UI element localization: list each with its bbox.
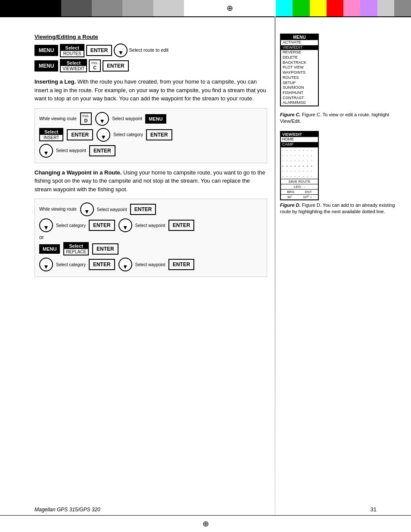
enter-button-insert1[interactable]: ENTER: [67, 129, 93, 140]
viewedit-label: VIEW/EDIT: [61, 66, 86, 72]
fig-d-button: FIG. D: [80, 112, 92, 125]
enter-button-change4[interactable]: ENTER: [92, 243, 118, 255]
menu-button-1[interactable]: MENU: [34, 45, 58, 56]
select-waypoint-insert-label: Select waypoint: [112, 116, 142, 121]
cb-gray4: [153, 0, 184, 16]
menu-item-reverse: REVERSE: [281, 50, 318, 55]
menu-item-routes: ROUTES: [281, 75, 318, 81]
diagram-row2: MENU Select VIEW/EDIT FIG. C ENTER: [34, 59, 267, 72]
main-content: Viewing/Editing a Route MENU Select ROUT…: [34, 26, 267, 506]
enter-button-insert2[interactable]: ENTER: [146, 129, 172, 140]
select-category2-change-label: Select category: [56, 262, 86, 267]
vedit-dotted6: - - - - - - - -: [281, 174, 318, 179]
menu-item-alarmmsg: ALARM/MSG: [281, 100, 318, 106]
enter-button-change2[interactable]: ENTER: [89, 220, 115, 231]
select-route-label: Select route to edit: [129, 47, 168, 53]
arrow-down-icon-7: ▼: [122, 224, 128, 231]
vedit-dist-value: 10¹⁰ ↕: [303, 195, 312, 199]
cb-lgray: [377, 0, 394, 16]
menu-item-delete: DELETE: [281, 55, 318, 60]
joystick-change-wp1[interactable]: ▼: [80, 202, 94, 216]
fig-d-label: FIG.: [83, 114, 90, 118]
vedit-deg-value: 30°: [287, 195, 292, 199]
diagram-row1: MENU Select ROUTES ENTER ▼ Select route …: [34, 44, 267, 57]
cb-white2: [245, 0, 276, 16]
page-number: 31: [371, 506, 377, 513]
menu-item-contrast: CONTRAST: [281, 96, 318, 101]
enter-button-change3[interactable]: ENTER: [168, 220, 195, 231]
arrow-down-icon: ▼: [118, 49, 124, 56]
routes-label: ROUTES: [61, 51, 83, 56]
while-viewing-label-2: While viewing route: [39, 207, 77, 212]
cb-white: [184, 0, 215, 16]
cb-gray3: [122, 0, 153, 16]
joystick-change-wp2[interactable]: ▼: [118, 218, 132, 232]
fig-label: FIG.: [91, 61, 98, 65]
menu-item-setup: SETUP: [281, 81, 318, 86]
select-label-insert: Select: [40, 129, 62, 135]
menu-button-2[interactable]: MENU: [34, 60, 58, 72]
fig-d-letter: D: [84, 118, 88, 123]
color-bar-top: ⊕: [0, 0, 411, 16]
joystick-change-wp3[interactable]: ▼: [118, 258, 132, 271]
joystick-select-wp-insert[interactable]: ▼: [95, 112, 109, 126]
enter-button-insert3[interactable]: ENTER: [89, 145, 115, 156]
fig-c-letter: C: [93, 65, 97, 70]
menu-button-change[interactable]: MENU: [39, 244, 60, 254]
select-label: Select: [61, 45, 83, 51]
menu-item-fishhunt: FISH/HUNT: [281, 90, 318, 96]
cb-yellow: [310, 0, 327, 16]
arrow-down-icon-3: ▼: [100, 134, 106, 140]
fig-d-caption: Figure D. Figure D. You can add to an al…: [280, 202, 401, 215]
cb-pink: [343, 0, 360, 16]
vedit-brg: BRG: [287, 190, 294, 194]
vedit-dotted3: - - - - - - - -: [281, 158, 318, 163]
menu-button-insert[interactable]: MENU: [145, 114, 166, 124]
enter-button-2[interactable]: ENTER: [103, 60, 129, 72]
arrow-down-icon-5: ▼: [84, 208, 90, 215]
vedit-dotted1: - - - - - - - -: [281, 148, 318, 153]
while-viewing-label: While viewing route: [39, 116, 77, 121]
enter-button-1[interactable]: ENTER: [86, 45, 112, 56]
fig-c-button: FIG. C: [89, 59, 101, 72]
page-footer: Magellan GPS 315/GPS 320 31: [34, 506, 377, 513]
joystick-select-cat-insert[interactable]: ▼: [97, 128, 110, 142]
changing-waypoint-title: Changing a Waypoint in a Route.: [34, 169, 121, 176]
vedit-home: HOME: [281, 137, 318, 143]
cb-lavender: [360, 0, 377, 16]
select-routes-button[interactable]: Select ROUTES: [60, 44, 84, 57]
replace-label: REPLACE: [64, 249, 88, 255]
select-label-change: Select: [64, 243, 88, 249]
menu-item-plotview: PLOT VIEW: [281, 65, 318, 70]
crosshair-bottom-icon: ⊕: [202, 519, 209, 529]
vedit-dst: DST: [305, 190, 312, 194]
joystick-down-1[interactable]: ▼: [114, 44, 128, 57]
vedit-fig-d-box: VIEW/EDIT HOME CAMP - - - - - - - - - - …: [280, 131, 319, 200]
inserting-leg-text: Inserting a Leg. With the route you have…: [34, 78, 267, 103]
select-waypoint2-insert-label: Select waypoint: [56, 148, 86, 153]
vertical-divider: [274, 16, 276, 532]
enter-button-change1[interactable]: ENTER: [130, 204, 156, 215]
vedit-leg-label: LEG - -: [294, 185, 305, 189]
crosshair-top: ⊕: [215, 0, 245, 16]
cb-dgray: [394, 0, 411, 16]
select-viewedit-button[interactable]: Select VIEW/EDIT: [60, 59, 87, 72]
select-waypoint2-change-label: Select waypoint: [135, 223, 165, 228]
joystick-change-cat[interactable]: ▼: [39, 218, 53, 232]
or-label: or: [39, 234, 262, 240]
vedit-dotted4-bold: - - - - - - - -: [281, 163, 318, 168]
vedit-save: SAVE ROUTE: [281, 179, 318, 184]
insert-label: INSERT: [40, 135, 62, 140]
select-waypoint-change-label: Select waypoint: [97, 207, 127, 212]
changing-waypoint-text: Changing a Waypoint in a Route. Using yo…: [34, 168, 267, 194]
arrow-down-icon-2: ▼: [99, 118, 105, 124]
joystick-change-cat2[interactable]: ▼: [39, 258, 53, 271]
select-insert-button[interactable]: Select INSERT: [39, 128, 63, 141]
joystick-select-wp2-insert[interactable]: ▼: [39, 144, 53, 158]
menu-item-sunmoon: SUN/MOON: [281, 85, 318, 90]
inserting-leg-title: Inserting a Leg.: [34, 78, 76, 85]
enter-button-change5[interactable]: ENTER: [89, 259, 115, 270]
enter-button-change6[interactable]: ENTER: [168, 259, 195, 270]
select-replace-button[interactable]: Select REPLACE: [63, 242, 89, 255]
menu-box-title: MENU: [281, 34, 318, 40]
